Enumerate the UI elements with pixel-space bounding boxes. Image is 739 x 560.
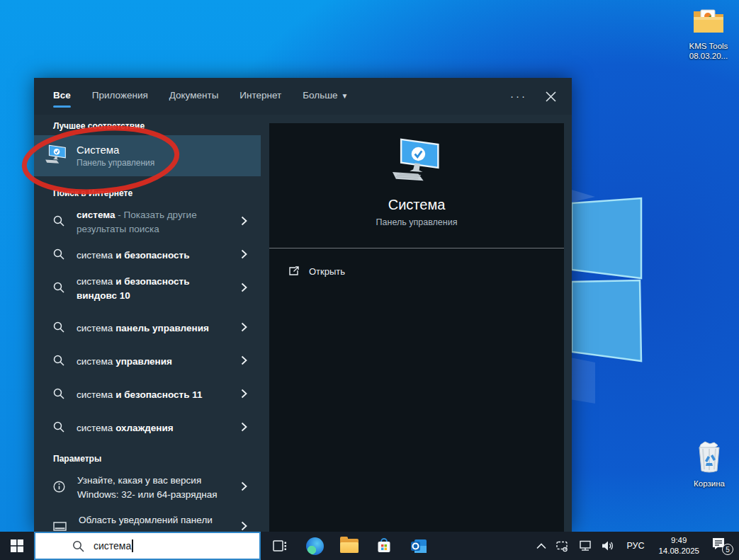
tab-label: Документы — [169, 90, 219, 101]
chevron-right-icon[interactable] — [241, 389, 251, 401]
taskbar-app-icons — [271, 537, 428, 555]
web-suggestion-3[interactable]: система панель управления — [34, 309, 261, 348]
section-header-best-match: Лучшее соответствие — [34, 115, 261, 135]
clock[interactable]: 9:49 14.08.2025 — [656, 535, 701, 556]
tab-label: Больше — [303, 90, 337, 101]
desktop: KMS Tools 08.03.20... Корзина ВсеПриложе… — [0, 0, 739, 560]
volume-icon[interactable] — [602, 540, 614, 552]
active-tab-underline — [239, 105, 281, 108]
launch-icon — [288, 265, 300, 277]
taskbar: система — [0, 532, 739, 560]
search-icon — [53, 388, 64, 402]
task-view-button[interactable] — [271, 537, 289, 555]
chevron-right-icon[interactable] — [241, 422, 251, 435]
web-suggestion-0[interactable]: система - Показать другие результаты пои… — [34, 202, 261, 242]
close-icon[interactable] — [546, 91, 556, 102]
web-suggestion-4[interactable]: система управления — [34, 348, 261, 375]
tab-all[interactable]: Все — [53, 86, 71, 108]
detail-subtitle: Панель управления — [269, 217, 564, 227]
chevron-right-icon[interactable] — [241, 322, 251, 335]
suggestion-text: система охлаждения — [77, 417, 231, 440]
settings-suggestion-0[interactable]: Узнайте, какая у вас версия Windows: 32-… — [34, 468, 261, 508]
clock-date: 14.08.2025 — [658, 546, 699, 556]
tab-more[interactable]: Больше▼ — [303, 86, 348, 108]
search-flyout: ВсеПриложенияДокументыИнтернетБольше▼ ··… — [34, 78, 572, 532]
desktop-icon-kms-tools[interactable]: KMS Tools 08.03.20... — [678, 7, 739, 62]
microsoft-store-button[interactable] — [375, 537, 393, 555]
chevron-down-icon: ▼ — [342, 92, 349, 100]
best-match-item-system[interactable]: Система Панель управления — [34, 135, 261, 176]
system-computer-icon — [44, 144, 68, 168]
search-filter-tabs: ВсеПриложенияДокументыИнтернетБольше▼ ··… — [34, 78, 572, 115]
notification-center-button[interactable]: 5 — [711, 537, 732, 555]
search-icon — [53, 248, 64, 263]
suggestion-text: Область уведомлений панели задач — [79, 509, 233, 532]
system-computer-icon-large — [389, 136, 444, 187]
edge-icon — [306, 537, 324, 555]
outlook-icon — [410, 537, 428, 555]
settings-suggestion-1[interactable]: Область уведомлений панели задач — [34, 508, 261, 532]
desktop-icon-label: Корзина — [679, 479, 739, 488]
file-explorer-icon — [340, 539, 359, 553]
notification-count-badge: 5 — [722, 544, 733, 555]
open-label: Открыть — [309, 266, 345, 277]
divider — [269, 248, 564, 248]
chevron-right-icon[interactable] — [241, 282, 251, 295]
recycle-bin-icon — [694, 440, 724, 476]
active-tab-underline — [92, 105, 148, 108]
tab-documents[interactable]: Документы — [169, 86, 219, 108]
best-match-detail-panel: Система Панель управления Открыть — [269, 123, 564, 532]
chevron-right-icon[interactable] — [241, 355, 251, 368]
outlook-button[interactable] — [410, 537, 428, 555]
text-caret — [132, 539, 133, 552]
suggestion-text: система и безопасность виндовс 10 — [77, 270, 231, 307]
suggestion-text: система и безопасность — [77, 244, 231, 267]
language-indicator[interactable]: РУС — [624, 541, 647, 551]
web-suggestion-6[interactable]: система охлаждения — [34, 415, 261, 442]
suggestion-text: система управления — [77, 350, 231, 373]
tab-web[interactable]: Интернет — [239, 86, 281, 108]
search-icon — [53, 215, 64, 229]
edge-browser-button[interactable] — [305, 537, 324, 555]
section-header-web-search: Поиск в Интернете — [34, 176, 261, 202]
tab-label: Интернет — [239, 90, 281, 101]
web-suggestion-1[interactable]: система и безопасность — [34, 242, 261, 269]
clock-time: 9:49 — [658, 535, 699, 546]
chevron-right-icon[interactable] — [241, 249, 251, 262]
detail-title: Система — [269, 197, 564, 213]
taskbar-settings-icon — [53, 521, 67, 532]
suggestion-text: система панель управления — [77, 317, 231, 340]
chevron-right-icon[interactable] — [241, 216, 251, 229]
web-suggestion-5[interactable]: система и безопасность 11 — [34, 375, 261, 415]
web-suggestion-2[interactable]: система и безопасность виндовс 10 — [34, 269, 261, 309]
taskbar-search-input[interactable]: система — [34, 532, 261, 560]
search-icon — [53, 282, 64, 296]
tab-apps[interactable]: Приложения — [92, 86, 148, 108]
desktop-icon-label: KMS Tools 08.03.20... — [678, 41, 739, 62]
suggestion-text: система - Показать другие результаты пои… — [77, 204, 231, 240]
windows-logo-icon — [11, 539, 23, 552]
best-match-subtitle: Панель управления — [77, 158, 154, 168]
tab-label: Все — [53, 90, 71, 101]
folder-icon — [692, 7, 725, 38]
search-icon — [53, 355, 64, 369]
store-icon — [376, 537, 393, 554]
search-icon — [53, 321, 64, 336]
chevron-right-icon[interactable] — [241, 521, 251, 532]
network-icon[interactable] — [578, 540, 592, 552]
file-explorer-button[interactable] — [340, 537, 359, 555]
active-tab-underline — [53, 105, 71, 108]
search-input-value: система — [94, 540, 131, 552]
start-button[interactable] — [0, 532, 34, 560]
suggestion-text: Узнайте, какая у вас версия Windows: 32-… — [77, 469, 232, 505]
chevron-right-icon[interactable] — [241, 481, 251, 494]
more-options-icon[interactable]: ··· — [510, 93, 527, 100]
open-action[interactable]: Открыть — [269, 259, 564, 283]
tray-chevron-up-icon[interactable] — [536, 543, 546, 549]
tab-label: Приложения — [92, 90, 148, 101]
section-header-settings: Параметры — [34, 442, 261, 468]
search-icon — [72, 540, 84, 552]
suggestion-text: система и безопасность 11 — [77, 384, 231, 406]
desktop-icon-recycle-bin[interactable]: Корзина — [679, 440, 739, 488]
tray-device-icon[interactable] — [555, 540, 569, 552]
